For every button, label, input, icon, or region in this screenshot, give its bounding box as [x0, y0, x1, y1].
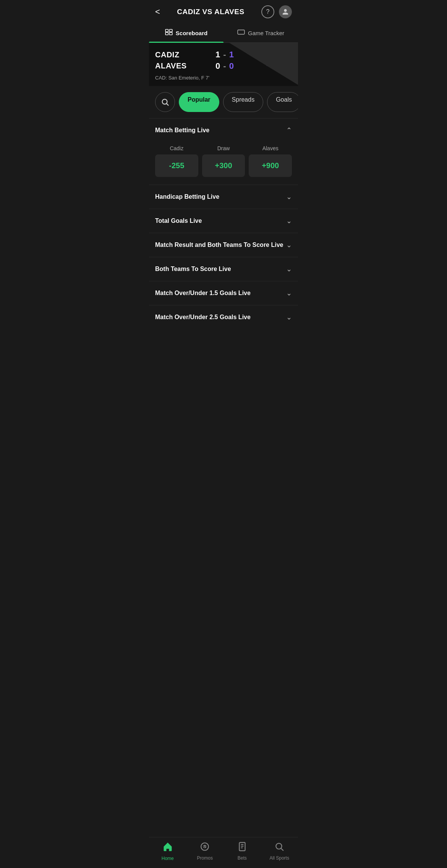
- handicap-section: Handicap Betting Live ⌄: [149, 185, 298, 209]
- svg-rect-4: [238, 30, 245, 34]
- scoreboard: CADIZ ALAVES 1 - 1 0 - 0 LIVE H1 | 28:33: [149, 43, 298, 86]
- away-team: ALAVES: [155, 62, 187, 70]
- user-icon[interactable]: [279, 5, 292, 18]
- handicap-header[interactable]: Handicap Betting Live ⌄: [149, 185, 298, 209]
- bet-col-draw: Draw +300: [202, 145, 245, 177]
- match-betting-header[interactable]: Match Betting Live ⌃: [149, 118, 298, 142]
- bet-btn-cadiz[interactable]: -255: [155, 154, 198, 177]
- over-under-2-5-chevron: ⌄: [286, 313, 292, 321]
- home-score-dash: -: [223, 50, 226, 60]
- match-result-bts-section: Match Result and Both Teams To Score Liv…: [149, 233, 298, 257]
- match-result-bts-header[interactable]: Match Result and Both Teams To Score Liv…: [149, 233, 298, 257]
- total-goals-title: Total Goals Live: [155, 217, 202, 224]
- svg-rect-3: [169, 32, 172, 35]
- home-score-current: 1: [215, 50, 220, 60]
- match-betting-section: Match Betting Live ⌃ Cadiz -255 Draw +30…: [149, 118, 298, 185]
- betting-table: Cadiz -255 Draw +300 Alaves +900: [149, 142, 298, 185]
- bet-col-alaves: Alaves +900: [249, 145, 292, 177]
- match-result-bts-chevron: ⌄: [286, 241, 292, 249]
- handicap-title: Handicap Betting Live: [155, 193, 219, 200]
- bet-btn-alaves[interactable]: +900: [249, 154, 292, 177]
- filter-spreads[interactable]: Spreads: [223, 92, 264, 112]
- tab-scoreboard[interactable]: Scoreboard: [149, 24, 223, 42]
- filter-search-button[interactable]: [155, 92, 175, 112]
- bet-value-cadiz: -255: [169, 161, 184, 170]
- handicap-chevron: ⌄: [286, 193, 292, 201]
- bts-chevron: ⌄: [286, 265, 292, 273]
- bet-value-alaves: +900: [262, 161, 279, 170]
- match-event: CAD: San Emeterio, F 7': [155, 75, 292, 81]
- over-under-2-5-section: Match Over/Under 2.5 Goals Live ⌄: [149, 305, 298, 329]
- bet-col-cadiz-label: Cadiz: [170, 145, 183, 151]
- away-score-dash: -: [223, 61, 226, 71]
- away-score-other: 0: [229, 61, 234, 71]
- over-under-1-5-header[interactable]: Match Over/Under 1.5 Goals Live ⌄: [149, 281, 298, 305]
- header-icons: ?: [261, 5, 292, 18]
- svg-line-6: [167, 104, 168, 105]
- teams: CADIZ ALAVES: [155, 50, 187, 70]
- over-under-1-5-chevron: ⌄: [286, 289, 292, 297]
- tabs: Scoreboard Game Tracker: [149, 24, 298, 43]
- home-score-other: 1: [229, 50, 234, 60]
- match-betting-chevron: ⌃: [286, 126, 292, 135]
- total-goals-header[interactable]: Total Goals Live ⌄: [149, 209, 298, 233]
- away-score-row: 0 - 0: [215, 61, 234, 71]
- bet-value-draw: +300: [215, 161, 232, 170]
- bts-header[interactable]: Both Teams To Score Live ⌄: [149, 257, 298, 281]
- over-under-1-5-section: Match Over/Under 1.5 Goals Live ⌄: [149, 281, 298, 305]
- tab-scoreboard-label: Scoreboard: [176, 30, 207, 36]
- over-under-1-5-title: Match Over/Under 1.5 Goals Live: [155, 290, 251, 297]
- tab-game-tracker[interactable]: Game Tracker: [223, 24, 298, 42]
- back-button[interactable]: <: [155, 7, 160, 17]
- live-label: LIVE: [269, 55, 289, 61]
- svg-rect-2: [165, 32, 168, 35]
- filter-goals[interactable]: Goals: [267, 92, 298, 112]
- live-time: H1 | 28:33: [269, 61, 289, 65]
- bet-col-draw-label: Draw: [217, 145, 230, 151]
- help-icon[interactable]: ?: [261, 5, 274, 18]
- filter-popular[interactable]: Popular: [179, 92, 219, 112]
- bet-btn-draw[interactable]: +300: [202, 154, 245, 177]
- filters: Popular Spreads Goals Tea: [149, 86, 298, 118]
- over-under-2-5-title: Match Over/Under 2.5 Goals Live: [155, 314, 251, 321]
- game-tracker-tab-icon: [237, 29, 245, 37]
- live-badge: LIVE H1 | 28:33: [266, 55, 292, 66]
- svg-point-5: [162, 99, 167, 104]
- match-betting-title: Match Betting Live: [155, 127, 209, 134]
- scoreboard-inner: CADIZ ALAVES 1 - 1 0 - 0 LIVE H1 | 28:33: [155, 50, 292, 71]
- svg-rect-1: [169, 29, 172, 32]
- total-goals-section: Total Goals Live ⌄: [149, 209, 298, 233]
- match-result-bts-title: Match Result and Both Teams To Score Liv…: [155, 242, 283, 248]
- header: < CADIZ VS ALAVES ?: [149, 0, 298, 24]
- bts-section: Both Teams To Score Live ⌄: [149, 257, 298, 281]
- tab-game-tracker-label: Game Tracker: [248, 30, 284, 36]
- away-score-current: 0: [215, 61, 220, 71]
- over-under-2-5-header[interactable]: Match Over/Under 2.5 Goals Live ⌄: [149, 305, 298, 329]
- scoreboard-tab-icon: [165, 29, 173, 37]
- bet-col-alaves-label: Alaves: [262, 145, 279, 151]
- bts-title: Both Teams To Score Live: [155, 266, 231, 273]
- home-score-row: 1 - 1: [215, 50, 234, 60]
- svg-rect-0: [165, 29, 168, 32]
- home-team: CADIZ: [155, 50, 187, 59]
- bet-columns: Cadiz -255 Draw +300 Alaves +900: [155, 145, 292, 177]
- scores: 1 - 1 0 - 0: [215, 50, 234, 71]
- page-title: CADIZ VS ALAVES: [177, 8, 244, 16]
- bet-col-cadiz: Cadiz -255: [155, 145, 198, 177]
- total-goals-chevron: ⌄: [286, 217, 292, 225]
